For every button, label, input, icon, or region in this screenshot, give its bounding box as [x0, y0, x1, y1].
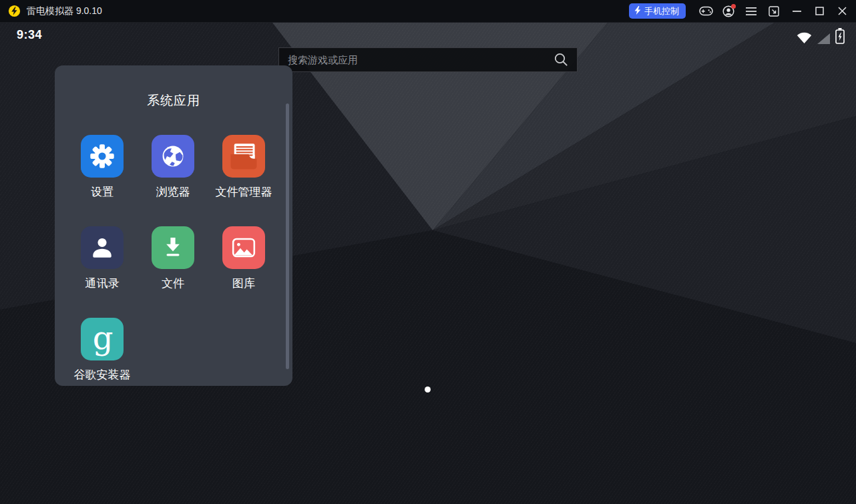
- phone-control-button[interactable]: 手机控制: [629, 3, 686, 19]
- photo-icon: [222, 226, 265, 269]
- gamepad-icon[interactable]: [698, 3, 714, 19]
- svg-text:g: g: [93, 319, 114, 356]
- app-label: 浏览器: [156, 184, 190, 200]
- minimize-button[interactable]: [789, 3, 805, 19]
- app-grid: 设置 浏览器 文件管理器 通讯录 文件: [67, 135, 279, 383]
- window-title: 雷电模拟器 9.0.10: [27, 5, 102, 17]
- app-label: 谷歌安装器: [74, 367, 131, 383]
- titlebar: 雷电模拟器 9.0.10 手机控制: [0, 0, 856, 23]
- gear-icon: [81, 135, 124, 178]
- cellular-signal-icon: [817, 33, 830, 47]
- menu-icon[interactable]: [743, 3, 759, 19]
- phone-control-label: 手机控制: [644, 5, 679, 17]
- folder-panel: 系统应用 设置 浏览器 文件管理器: [55, 65, 292, 386]
- scrollbar-thumb[interactable]: [286, 103, 289, 369]
- lightning-icon: [634, 6, 641, 17]
- page-indicator-dot: [425, 387, 431, 393]
- ldplayer-logo-icon: [8, 5, 21, 17]
- app-item-person[interactable]: 通讯录: [67, 226, 138, 291]
- app-item-photo[interactable]: 图库: [208, 226, 279, 291]
- status-icons: [797, 28, 845, 47]
- app-label: 设置: [91, 184, 114, 200]
- person-icon: [81, 226, 124, 269]
- search-bar[interactable]: [278, 47, 578, 72]
- app-item-gear[interactable]: 设置: [67, 135, 138, 200]
- app-label: 图库: [232, 276, 255, 291]
- close-button[interactable]: [834, 3, 850, 19]
- android-screen: 9:34: [0, 23, 856, 504]
- app-label: 文件管理器: [216, 184, 272, 200]
- notification-dot: [731, 4, 736, 9]
- titlebar-right: 手机控制: [629, 3, 850, 19]
- folder-document-icon: [222, 135, 265, 178]
- globe-icon: [152, 135, 194, 178]
- download-icon: [152, 226, 194, 269]
- search-input[interactable]: [288, 54, 554, 65]
- app-item-google-g[interactable]: g 谷歌安装器: [67, 318, 138, 383]
- app-item-download[interactable]: 文件: [138, 226, 208, 291]
- resize-icon[interactable]: [766, 3, 782, 19]
- account-icon[interactable]: [720, 3, 736, 19]
- titlebar-left: 雷电模拟器 9.0.10: [8, 5, 102, 17]
- battery-charging-icon: [835, 28, 845, 47]
- app-item-globe[interactable]: 浏览器: [138, 135, 208, 200]
- app-label: 文件: [162, 276, 184, 291]
- app-item-folder-document[interactable]: 文件管理器: [208, 135, 279, 200]
- google-g-icon: g: [81, 318, 124, 360]
- maximize-button[interactable]: [811, 3, 827, 19]
- wifi-icon: [797, 32, 812, 47]
- folder-title: 系统应用: [55, 92, 292, 109]
- app-label: 通讯录: [85, 276, 120, 291]
- search-icon[interactable]: [554, 53, 568, 67]
- emulator-window: 雷电模拟器 9.0.10 手机控制: [0, 0, 856, 504]
- status-clock: 9:34: [17, 28, 42, 42]
